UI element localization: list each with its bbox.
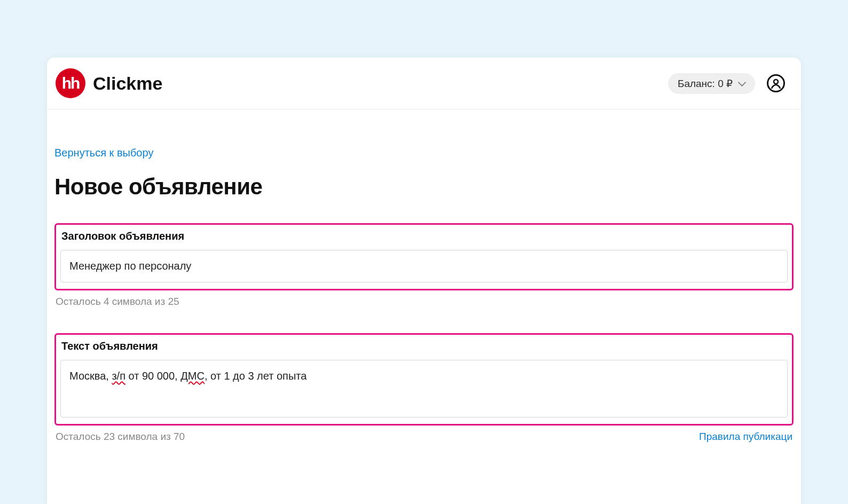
body-text-fragment: ДМС: [180, 370, 205, 382]
publication-rules-link[interactable]: Правила публикаци: [699, 431, 792, 443]
brand: hh Clickme: [56, 68, 162, 98]
user-icon: [771, 78, 781, 89]
title-field-group: Заголовок объявления: [54, 223, 794, 290]
body-text-fragment: з/п: [112, 370, 125, 382]
content: Вернуться к выбору Новое объявление Заго…: [47, 109, 801, 443]
balance-pill[interactable]: Баланс: 0 ₽: [668, 73, 755, 94]
title-input[interactable]: [60, 250, 788, 282]
body-remaining-text: Осталось 23 символа из 70: [56, 431, 185, 443]
hh-logo-icon: hh: [56, 68, 85, 98]
title-remaining-text: Осталось 4 символа из 25: [56, 296, 179, 308]
body-field-group: Текст объявления Москва, з/п от 90 000, …: [54, 333, 794, 426]
body-text-fragment: Москва,: [69, 370, 112, 382]
back-link[interactable]: Вернуться к выбору: [54, 147, 153, 159]
body-textarea[interactable]: Москва, з/п от 90 000, ДМС, от 1 до 3 ле…: [60, 360, 788, 418]
title-helper-row: Осталось 4 символа из 25: [54, 294, 794, 308]
balance-label: Баланс: 0 ₽: [678, 77, 733, 90]
body-text-fragment: , от 1 до 3 лет опыта: [205, 370, 307, 382]
body-helper-row: Осталось 23 символа из 70 Правила публик…: [54, 429, 794, 443]
body-text-fragment: от 90 000,: [125, 370, 180, 382]
header: hh Clickme Баланс: 0 ₽: [47, 58, 801, 109]
profile-avatar-icon[interactable]: [767, 74, 785, 92]
body-field-label: Текст объявления: [60, 340, 788, 352]
page-card: hh Clickme Баланс: 0 ₽ Вернуться к выбор…: [47, 58, 801, 504]
chevron-down-icon: [738, 80, 745, 87]
svg-point-0: [774, 80, 778, 84]
title-field-label: Заголовок объявления: [60, 230, 788, 242]
header-right: Баланс: 0 ₽: [668, 73, 785, 94]
page-title: Новое объявление: [54, 174, 794, 200]
brand-name: Clickme: [93, 73, 162, 94]
